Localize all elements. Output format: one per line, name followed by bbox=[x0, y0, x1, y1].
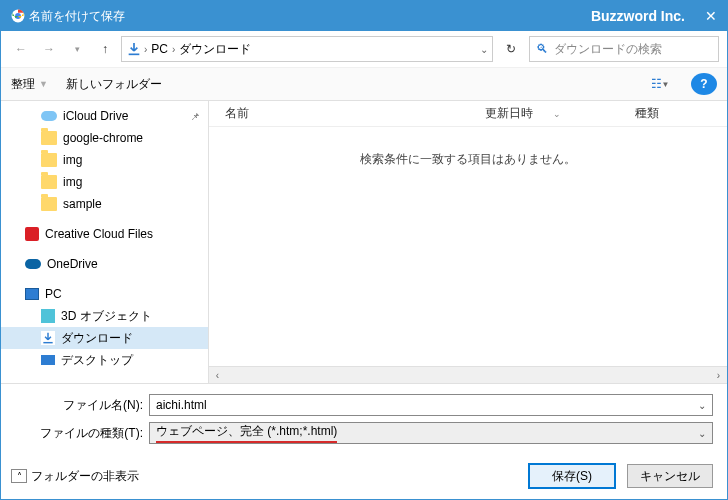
save-form: ファイル名(N): aichi.html ⌄ ファイルの種類(T): ウェブペー… bbox=[1, 383, 727, 456]
pin-icon: 📌︎ bbox=[190, 111, 200, 122]
filename-input[interactable]: aichi.html ⌄ bbox=[149, 394, 713, 416]
folder-icon bbox=[41, 153, 57, 167]
tree-item-downloads[interactable]: ダウンロード bbox=[1, 327, 208, 349]
tree-item-chrome[interactable]: google-chrome bbox=[1, 127, 208, 149]
search-icon: 🔍︎ bbox=[536, 42, 548, 56]
back-button[interactable]: ← bbox=[9, 37, 33, 61]
tree-item-pc[interactable]: PC bbox=[1, 283, 208, 305]
new-folder-button[interactable]: 新しいフォルダー bbox=[66, 76, 162, 93]
pc-icon bbox=[25, 288, 39, 300]
chevron-up-icon: ˄ bbox=[11, 469, 27, 483]
crumb-downloads[interactable]: ダウンロード bbox=[177, 41, 253, 58]
search-placeholder: ダウンロードの検索 bbox=[554, 41, 662, 58]
brand-label: Buzzword Inc. bbox=[591, 8, 685, 24]
chevron-down-icon: ⌄ bbox=[698, 428, 706, 439]
nav-row: ← → ▾ ↑ › PC › ダウンロード ⌄ ↻ 🔍︎ ダウンロードの検索 bbox=[1, 31, 727, 67]
window-title: 名前を付けて保存 bbox=[25, 8, 591, 25]
filetype-label: ファイルの種類(T): bbox=[15, 425, 149, 442]
hide-folders-button[interactable]: ˄ フォルダーの非表示 bbox=[11, 468, 139, 485]
scroll-right-icon[interactable]: › bbox=[710, 370, 727, 381]
refresh-button[interactable]: ↻ bbox=[497, 36, 525, 62]
tree-item-3dobjects[interactable]: 3D オブジェクト bbox=[1, 305, 208, 327]
cancel-button[interactable]: キャンセル bbox=[627, 464, 713, 488]
crumb-pc[interactable]: PC bbox=[149, 42, 170, 56]
folder-icon bbox=[41, 175, 57, 189]
main-area: iCloud Drive📌︎ google-chrome img img sam… bbox=[1, 101, 727, 383]
view-options-button[interactable]: ☷ ▼ bbox=[647, 73, 673, 95]
list-header: 名前 更新日時⌄ 種類 bbox=[209, 101, 727, 127]
breadcrumb-dropdown[interactable]: ⌄ bbox=[480, 44, 488, 55]
action-bar: ˄ フォルダーの非表示 保存(S) キャンセル bbox=[1, 456, 727, 496]
tree-item-sample[interactable]: sample bbox=[1, 193, 208, 215]
folder-icon bbox=[41, 197, 57, 211]
folder-tree: iCloud Drive📌︎ google-chrome img img sam… bbox=[1, 101, 209, 383]
titlebar: 名前を付けて保存 Buzzword Inc. ✕ bbox=[1, 1, 727, 31]
cube-icon bbox=[41, 309, 55, 323]
col-type[interactable]: 種類 bbox=[619, 105, 675, 122]
download-icon bbox=[41, 331, 55, 345]
scroll-left-icon[interactable]: ‹ bbox=[209, 370, 226, 381]
horizontal-scrollbar[interactable]: ‹ › bbox=[209, 366, 727, 383]
folder-icon bbox=[41, 131, 57, 145]
chevron-down-icon[interactable]: ⌄ bbox=[698, 400, 706, 411]
down-arrow-icon bbox=[126, 41, 142, 57]
filename-label: ファイル名(N): bbox=[15, 397, 149, 414]
save-button[interactable]: 保存(S) bbox=[529, 464, 615, 488]
search-input[interactable]: 🔍︎ ダウンロードの検索 bbox=[529, 36, 719, 62]
recent-dropdown[interactable]: ▾ bbox=[65, 37, 89, 61]
tree-item-onedrive[interactable]: OneDrive bbox=[1, 253, 208, 275]
sort-down-icon: ⌄ bbox=[553, 109, 561, 119]
tree-item-img1[interactable]: img bbox=[1, 149, 208, 171]
chevron-down-icon: ▼ bbox=[39, 79, 48, 89]
creative-cloud-icon bbox=[25, 227, 39, 241]
chevron-right-icon: › bbox=[144, 44, 147, 55]
tree-item-img2[interactable]: img bbox=[1, 171, 208, 193]
col-name[interactable]: 名前 bbox=[209, 105, 469, 122]
onedrive-icon bbox=[25, 259, 41, 269]
chevron-right-icon: › bbox=[172, 44, 175, 55]
filetype-select[interactable]: ウェブページ、完全 (*.htm;*.html) ⌄ bbox=[149, 422, 713, 444]
organize-menu[interactable]: 整理 bbox=[11, 76, 35, 93]
tree-item-cc[interactable]: Creative Cloud Files bbox=[1, 223, 208, 245]
forward-button[interactable]: → bbox=[37, 37, 61, 61]
file-list-area: 名前 更新日時⌄ 種類 検索条件に一致する項目はありません。 ‹ › bbox=[209, 101, 727, 383]
empty-message: 検索条件に一致する項目はありません。 bbox=[209, 127, 727, 366]
chrome-icon bbox=[11, 9, 25, 23]
col-modified[interactable]: 更新日時⌄ bbox=[469, 105, 619, 122]
up-button[interactable]: ↑ bbox=[93, 37, 117, 61]
breadcrumb[interactable]: › PC › ダウンロード ⌄ bbox=[121, 36, 493, 62]
close-button[interactable]: ✕ bbox=[705, 8, 717, 24]
help-button[interactable]: ? bbox=[691, 73, 717, 95]
desktop-icon bbox=[41, 355, 55, 365]
tree-item-icloud[interactable]: iCloud Drive📌︎ bbox=[1, 105, 208, 127]
tree-item-desktop[interactable]: デスクトップ bbox=[1, 349, 208, 371]
cloud-icon bbox=[41, 111, 57, 121]
toolbar: 整理 ▼ 新しいフォルダー ☷ ▼ ? bbox=[1, 67, 727, 101]
